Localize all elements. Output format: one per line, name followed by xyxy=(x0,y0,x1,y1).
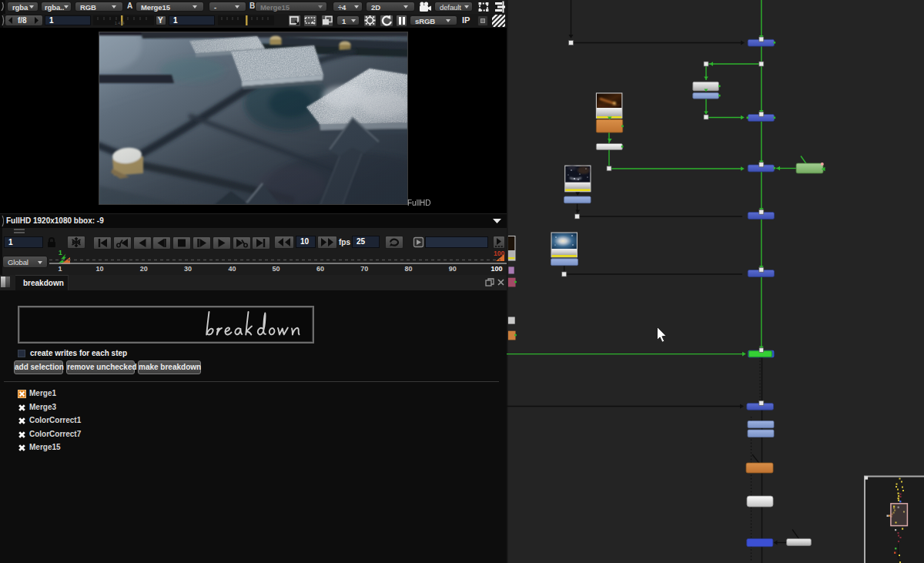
svg-text:1.414: 1.414 xyxy=(115,21,125,25)
